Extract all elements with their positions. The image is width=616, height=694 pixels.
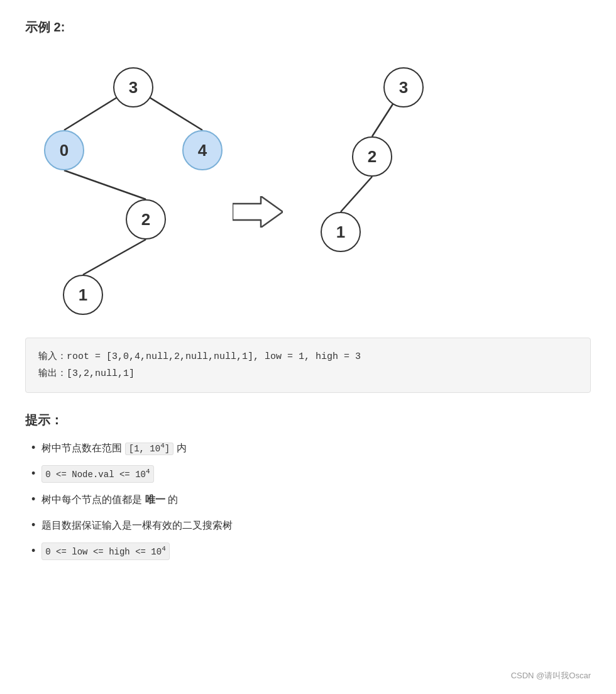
hint-item-3: 树中每个节点的值都是 唯一 的: [31, 490, 591, 509]
hint-code-range: [1, 104]: [125, 443, 173, 455]
hint-text-3: 树中每个节点的值都是 唯一 的: [41, 492, 178, 508]
hint-item-2: 0 <= Node.val <= 104: [31, 465, 591, 483]
svg-line-6: [341, 177, 372, 212]
right-arrow-icon: [233, 196, 283, 228]
tree2-node-2: 2: [352, 136, 392, 177]
tree1-node-2: 2: [126, 199, 166, 240]
tree2-lines: [289, 48, 465, 325]
tree-diagram-area: 3 0 4 2 1 3 2 1: [25, 48, 591, 325]
hint-text-1: 树中节点数在范围 [1, 104] 内: [41, 440, 186, 456]
footer-text: CSDN @请叫我Oscar: [511, 670, 591, 681]
tree2-node-3: 3: [383, 67, 424, 107]
hints-list: 树中节点数在范围 [1, 104] 内 0 <= Node.val <= 104…: [25, 439, 591, 560]
arrow-container: [226, 48, 289, 325]
hint-item-5: 0 <= low <= high <= 104: [31, 542, 591, 560]
hint-text-4: 题目数据保证输入是一棵有效的二叉搜索树: [41, 517, 233, 534]
tree1-node-3: 3: [113, 67, 153, 107]
svg-marker-4: [233, 196, 283, 228]
section-title: 示例 2:: [25, 19, 591, 36]
svg-line-3: [83, 240, 146, 275]
svg-line-2: [64, 170, 146, 199]
hint-code-node-val: 0 <= Node.val <= 104: [41, 465, 153, 483]
tree2-container: 3 2 1: [289, 48, 465, 325]
tree1-node-0: 0: [44, 130, 84, 170]
hint-item-1: 树中节点数在范围 [1, 104] 内: [31, 439, 591, 457]
code-line2: 输出：[3,2,null,1]: [38, 365, 578, 382]
tree1-container: 3 0 4 2 1: [25, 48, 226, 325]
tree1-node-4: 4: [182, 130, 223, 170]
hints-section: 提示： 树中节点数在范围 [1, 104] 内 0 <= Node.val <=…: [25, 412, 591, 560]
tree2-node-1: 1: [321, 212, 361, 252]
hints-title: 提示：: [25, 412, 591, 429]
code-line1: 输入：root = [3,0,4,null,2,null,null,1], lo…: [38, 348, 578, 365]
tree1-node-1: 1: [63, 275, 103, 315]
code-block: 输入：root = [3,0,4,null,2,null,null,1], lo…: [25, 338, 591, 393]
hint-code-low-high: 0 <= low <= high <= 104: [41, 543, 169, 560]
hint-item-4: 题目数据保证输入是一棵有效的二叉搜索树: [31, 516, 591, 534]
hint-bold-unique: 唯一: [145, 494, 165, 505]
